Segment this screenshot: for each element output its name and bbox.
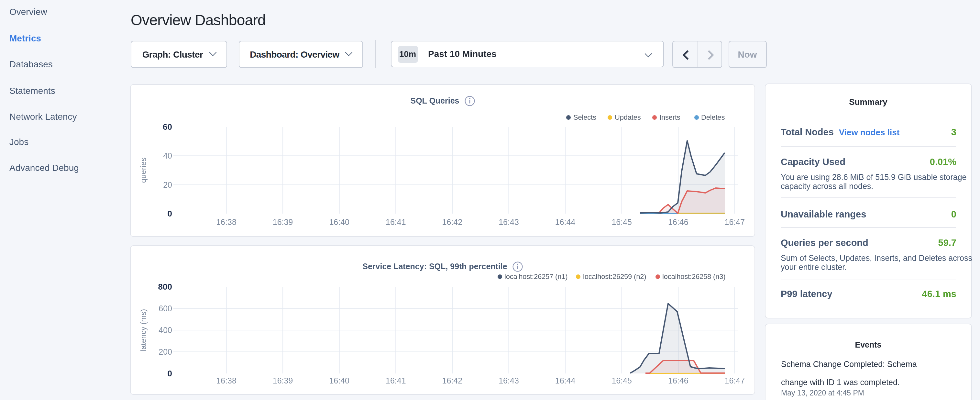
- svg-text:16:45: 16:45: [611, 217, 632, 226]
- svg-text:queries: queries: [139, 157, 148, 183]
- svg-text:16:38: 16:38: [216, 217, 237, 226]
- svg-text:800: 800: [158, 282, 172, 292]
- svg-text:16:43: 16:43: [499, 376, 519, 385]
- svg-text:16:47: 16:47: [725, 217, 745, 226]
- svg-text:latency (ms): latency (ms): [139, 309, 148, 351]
- svg-text:16:38: 16:38: [216, 376, 237, 385]
- svg-text:16:47: 16:47: [725, 376, 745, 385]
- svg-text:16:42: 16:42: [442, 217, 463, 226]
- svg-text:16:39: 16:39: [273, 376, 293, 385]
- svg-text:16:40: 16:40: [329, 376, 349, 385]
- svg-text:16:41: 16:41: [386, 217, 406, 226]
- svg-text:0: 0: [168, 209, 172, 218]
- svg-text:16:46: 16:46: [668, 376, 689, 385]
- svg-text:16:46: 16:46: [668, 217, 689, 226]
- svg-text:16:40: 16:40: [329, 217, 349, 226]
- svg-text:16:45: 16:45: [611, 376, 632, 385]
- svg-text:16:43: 16:43: [499, 217, 519, 226]
- svg-text:16:44: 16:44: [555, 217, 576, 226]
- svg-text:16:41: 16:41: [386, 376, 406, 385]
- svg-text:60: 60: [163, 122, 172, 131]
- svg-text:40: 40: [163, 151, 172, 160]
- svg-text:16:44: 16:44: [555, 376, 576, 385]
- svg-text:16:42: 16:42: [442, 376, 463, 385]
- svg-text:20: 20: [163, 180, 172, 189]
- svg-text:0: 0: [168, 369, 172, 378]
- svg-text:600: 600: [159, 304, 172, 313]
- svg-text:16:39: 16:39: [273, 217, 293, 226]
- svg-text:400: 400: [159, 325, 172, 335]
- svg-text:200: 200: [159, 347, 172, 356]
